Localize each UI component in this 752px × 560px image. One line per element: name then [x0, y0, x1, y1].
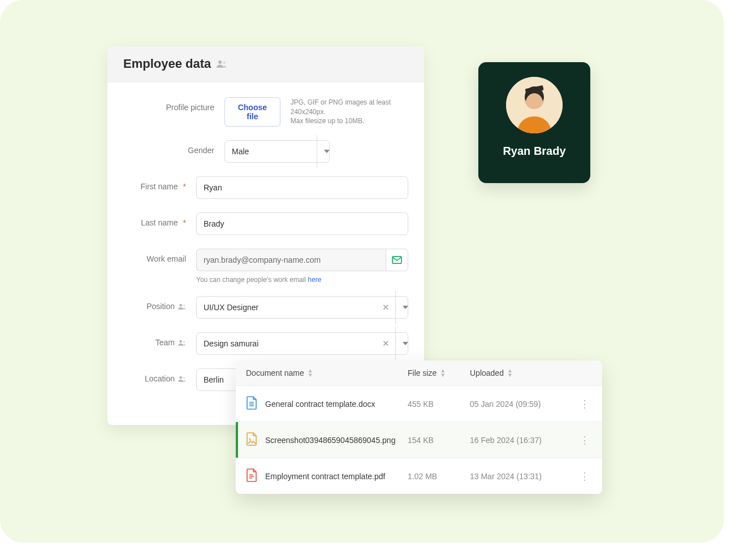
- work-email-field: ryan.brady@company-name.com: [196, 249, 386, 271]
- clear-team-button[interactable]: ✕: [377, 338, 395, 349]
- document-name: Screenshot03948659045869045.png: [265, 436, 395, 445]
- last-name-input[interactable]: [204, 219, 401, 228]
- document-size: 455 KB: [408, 400, 470, 409]
- work-email-label: Work email: [146, 254, 186, 263]
- team-label: Team: [155, 338, 175, 347]
- avatar: [506, 77, 563, 133]
- people-icon: [178, 303, 186, 310]
- gender-label: Gender: [188, 146, 214, 155]
- profile-picture-hint: JPG, GIF or PNG images at least 240x240p…: [291, 98, 408, 126]
- document-size: 154 KB: [408, 436, 470, 445]
- hint-line-1: JPG, GIF or PNG images at least 240x240p…: [291, 98, 408, 117]
- file-icon: [246, 432, 257, 448]
- document-uploaded: 05 Jan 2024 (09:59): [470, 400, 577, 409]
- location-label: Location: [145, 374, 175, 383]
- first-name-input[interactable]: [204, 183, 401, 192]
- column-header-name-label: Document name: [246, 368, 304, 377]
- sort-icon: ▲▼: [308, 368, 313, 377]
- email-hint: You can change people's work email here: [196, 276, 408, 284]
- people-icon: [178, 376, 186, 382]
- file-icon: [246, 396, 257, 411]
- team-value: Design samurai: [204, 339, 258, 348]
- chevron-down-icon: [395, 291, 414, 324]
- document-uploaded: 13 Mar 2024 (13:31): [470, 472, 577, 481]
- required-asterisk: *: [183, 218, 186, 227]
- column-header-size[interactable]: File size ▲▼: [408, 368, 470, 377]
- svg-point-6: [183, 341, 185, 342]
- team-select[interactable]: Design samurai ✕: [196, 332, 408, 355]
- people-icon: [217, 60, 227, 68]
- row-menu-button[interactable]: ⋮: [577, 470, 592, 483]
- position-label: Position: [146, 302, 175, 311]
- work-email-value: ryan.brady@company-name.com: [204, 255, 321, 264]
- profile-card: Ryan Brady: [478, 62, 590, 183]
- svg-point-8: [183, 377, 185, 379]
- document-name: General contract template.docx: [265, 400, 375, 409]
- email-action-button[interactable]: [386, 249, 408, 271]
- position-select[interactable]: UI/UX Designer ✕: [196, 296, 408, 319]
- gender-value: Male: [232, 147, 249, 156]
- svg-point-4: [183, 305, 185, 306]
- svg-point-5: [179, 340, 182, 342]
- documents-panel: Document name ▲▼ File size ▲▼ Uploaded ▲…: [236, 361, 602, 494]
- table-row[interactable]: Employment contract template.pdf1.02 MB1…: [236, 458, 602, 494]
- profile-name: Ryan Brady: [503, 145, 565, 158]
- chevron-down-icon: [395, 327, 414, 360]
- document-uploaded: 16 Feb 2024 (16:37): [470, 436, 577, 445]
- file-icon: [246, 468, 257, 484]
- column-header-size-label: File size: [408, 368, 436, 377]
- row-menu-button[interactable]: ⋮: [577, 434, 592, 446]
- position-value: UI/UX Designer: [204, 303, 258, 312]
- chevron-down-icon: [317, 135, 336, 168]
- canvas: Employee data Profile picture Choose fil…: [0, 0, 724, 542]
- hint-line-2: Max filesize up to 10MB.: [291, 116, 408, 126]
- profile-picture-label: Profile picture: [166, 103, 214, 112]
- sort-icon: ▲▼: [440, 368, 446, 377]
- table-row[interactable]: General contract template.docx455 KB05 J…: [236, 385, 602, 422]
- document-name: Employment contract template.pdf: [265, 472, 385, 481]
- svg-point-7: [179, 376, 182, 379]
- location-value: Berlin: [204, 375, 224, 384]
- first-name-field[interactable]: [196, 176, 408, 199]
- column-header-uploaded[interactable]: Uploaded ▲▼: [470, 368, 577, 377]
- documents-header: Document name ▲▼ File size ▲▼ Uploaded ▲…: [236, 361, 602, 385]
- first-name-label: First name: [140, 182, 178, 191]
- svg-point-3: [179, 303, 182, 306]
- table-row[interactable]: Screenshot03948659045869045.png154 KB16 …: [236, 422, 602, 458]
- document-size: 1.02 MB: [408, 472, 470, 481]
- last-name-field[interactable]: [196, 212, 408, 235]
- mail-icon: [392, 256, 402, 264]
- row-menu-button[interactable]: ⋮: [577, 398, 592, 410]
- svg-point-0: [218, 60, 222, 64]
- people-icon: [178, 340, 186, 346]
- email-hint-text: You can change people's work email: [196, 276, 308, 284]
- form-header: Employee data: [107, 46, 424, 83]
- column-header-uploaded-label: Uploaded: [470, 368, 504, 377]
- svg-point-1: [223, 62, 226, 64]
- form-title: Employee data: [123, 57, 211, 71]
- last-name-label: Last name: [141, 218, 178, 227]
- email-hint-link[interactable]: here: [308, 276, 321, 284]
- column-header-name[interactable]: Document name ▲▼: [246, 368, 408, 377]
- svg-point-15: [249, 439, 251, 440]
- required-asterisk: *: [183, 182, 186, 191]
- sort-icon: ▲▼: [507, 368, 513, 377]
- clear-position-button[interactable]: ✕: [377, 302, 395, 312]
- choose-file-button[interactable]: Choose file: [224, 97, 280, 127]
- gender-select[interactable]: Male: [224, 140, 330, 163]
